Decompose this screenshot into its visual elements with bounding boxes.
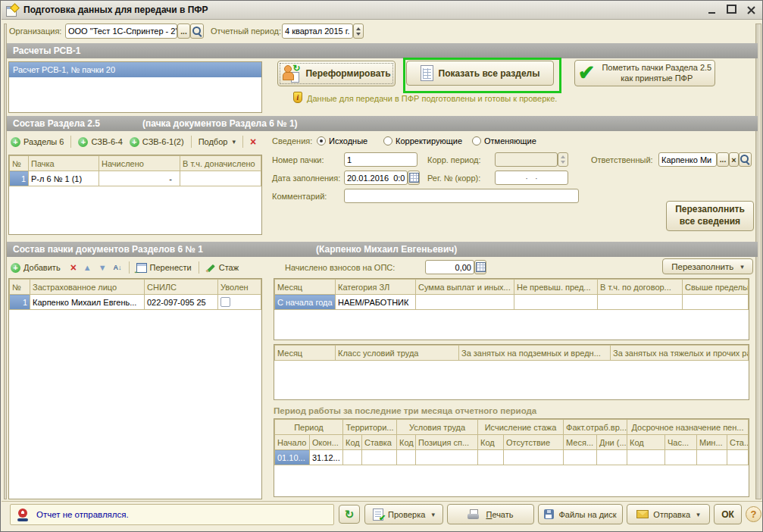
mark-accepted-button[interactable]: ✔ Пометить пачки Раздела 2.5 как приняты… xyxy=(574,60,715,86)
period-input[interactable]: 4 квартал 2015 г. xyxy=(282,23,353,39)
ok-button[interactable]: ОК xyxy=(714,504,742,524)
table-row[interactable]: 1 Р-л 6 № 1 (1) - xyxy=(10,171,261,186)
fill-date-input[interactable]: 20.01.2016 0:0 xyxy=(344,171,408,185)
toolbar-separator xyxy=(70,136,71,148)
column-header-months: Меся... xyxy=(564,435,597,450)
pencil-icon xyxy=(206,263,216,273)
mark-accepted-line1: Пометить пачки Раздела 2.5 xyxy=(602,63,711,74)
table-row[interactable]: 1 Карпенко Михаил Евгень... 022-097-095 … xyxy=(10,295,261,310)
reform-button[interactable]: ↻ Переформировать xyxy=(277,61,396,86)
corr-period-input[interactable] xyxy=(495,152,558,167)
reg-number-input[interactable]: · · xyxy=(495,171,568,185)
refill-dropdown-button[interactable]: Перезаполнить ▾ xyxy=(662,258,753,274)
close-button[interactable] xyxy=(744,4,758,16)
contract-cell xyxy=(598,295,683,310)
floppy-icon xyxy=(544,509,554,519)
pack-number-input[interactable]: 1 xyxy=(344,152,417,167)
radio-cancelling-label[interactable]: Отменяющие xyxy=(484,136,536,146)
column-header-code: Код xyxy=(627,435,665,450)
column-header-code: Код xyxy=(397,435,416,450)
column-header-fired: Уволен xyxy=(218,280,261,295)
maximize-button[interactable] xyxy=(724,4,738,16)
rsv-list[interactable]: Расчет РСВ-1, № пачки 20 xyxy=(8,61,262,113)
group-header-conditions: Условия труда xyxy=(397,420,478,435)
table-row[interactable]: 01.10... 31.12... xyxy=(275,450,749,465)
files-to-disk-button[interactable]: Файлы на диск xyxy=(538,504,623,524)
calendar-button[interactable] xyxy=(408,171,420,185)
radio-correcting-label[interactable]: Корректирующие xyxy=(396,136,462,146)
table-row[interactable]: С начала года НАЕМ/РАБОТНИК xyxy=(275,295,749,310)
column-header-over: Свыше предельн... xyxy=(683,280,749,295)
show-all-sections-label: Показать все разделы xyxy=(439,68,540,79)
radio-initial-label[interactable]: Исходные xyxy=(329,136,367,146)
section6-note: (Карпенко Михаил Евгеньевич) xyxy=(316,244,457,255)
column-header-position: Позиция сп... xyxy=(416,435,478,450)
org-input[interactable]: ООО "Тест 1С-Спринтер - 2" xyxy=(65,23,177,39)
show-all-sections-button[interactable]: Показать все разделы xyxy=(406,61,554,86)
mark-accepted-line2: как принятые ПФР xyxy=(602,74,711,84)
corr-period-spinner[interactable] xyxy=(558,152,568,167)
group-header-experience: Исчисление стажа xyxy=(478,420,564,435)
printer-icon xyxy=(467,509,480,519)
refresh-icon: ↻ xyxy=(345,509,355,520)
refresh-status-button[interactable]: ↻ xyxy=(339,505,360,524)
ops-calc-button[interactable] xyxy=(474,260,486,274)
refill-all-button[interactable]: Перезаполнить все сведения xyxy=(666,201,754,231)
form-scrollbar[interactable] xyxy=(755,23,761,499)
packs-table: № Пачка Начислено В т.ч. доначислено 1 Р… xyxy=(8,155,262,235)
responsible-input[interactable]: Карпенко Ми xyxy=(658,152,717,167)
minimize-icon xyxy=(708,12,715,14)
responsible-more-button[interactable]: ... xyxy=(717,152,729,167)
toolbar-separator xyxy=(191,136,192,148)
comment-input[interactable] xyxy=(344,189,579,203)
check-button[interactable]: ✔ Проверка ▾ xyxy=(364,504,443,524)
add-szv64-button[interactable]: +СЗВ-6-4 xyxy=(78,137,122,147)
period-spinner[interactable] xyxy=(353,23,364,39)
fired-checkbox[interactable] xyxy=(220,297,230,307)
delete-button[interactable]: × xyxy=(250,136,256,147)
sections-icon xyxy=(421,65,433,81)
cell xyxy=(397,450,416,465)
print-button[interactable]: Печать xyxy=(447,504,534,524)
org-more-button[interactable]: ... xyxy=(177,23,190,39)
add-sections6-button[interactable]: +Разделы 6 xyxy=(11,137,64,147)
help-button[interactable]: ? xyxy=(746,506,761,522)
experience-button[interactable]: Стаж xyxy=(206,263,239,273)
move-down-button[interactable]: ▼ xyxy=(99,264,107,272)
responsible-clear-button[interactable]: × xyxy=(729,152,739,167)
svedeniya-label: Сведения: xyxy=(272,136,312,146)
pick-button[interactable]: Подбор▾ xyxy=(199,137,236,146)
move-button[interactable]: ←Перенести xyxy=(136,263,192,273)
radio-correcting[interactable] xyxy=(383,136,392,146)
move-up-button[interactable]: ▲ xyxy=(83,264,92,272)
column-header-class: Класс условий труда xyxy=(336,346,459,361)
pick-label: Подбор xyxy=(199,137,228,146)
org-search-button[interactable] xyxy=(190,23,204,39)
cell xyxy=(665,450,697,465)
left-splitter[interactable] xyxy=(4,23,7,499)
plus-icon: + xyxy=(78,137,88,147)
ops-input[interactable]: 0,00 xyxy=(425,260,474,274)
conditions-table: Месяц Класс условий труда За занятых на … xyxy=(274,344,749,400)
delete-person-button[interactable]: × xyxy=(70,262,77,273)
section6-header: Состав пачки документов Разделов 6 № 1 (… xyxy=(7,242,758,257)
column-header-extra: В т.ч. доначислено xyxy=(180,156,261,171)
column-header-minutes: Мин... xyxy=(697,435,727,450)
section25-toolbar: +Разделы 6 +СЗВ-6-4 +СЗВ-6-1(2) Подбор▾ … xyxy=(11,134,256,149)
minimize-button[interactable] xyxy=(705,4,718,16)
section25-header: Состав Раздела 2.5 (пачка документов Раз… xyxy=(7,116,758,131)
sort-button[interactable]: А↓ xyxy=(114,264,122,271)
send-button[interactable]: Отправка ▾ xyxy=(627,504,710,524)
responsible-search-button[interactable] xyxy=(739,152,752,167)
add-person-button[interactable]: +Добавить xyxy=(11,263,61,273)
radio-cancelling[interactable] xyxy=(472,136,481,146)
cell xyxy=(627,450,665,465)
column-header-month: Месяц xyxy=(275,280,336,295)
spin-down-icon xyxy=(561,161,565,164)
radio-initial[interactable] xyxy=(317,136,326,146)
add-szv61-button[interactable]: +СЗВ-6-1(2) xyxy=(130,137,184,147)
pack-number-label: Номер пачки: xyxy=(272,155,324,164)
list-item[interactable]: Расчет РСВ-1, № пачки 20 xyxy=(9,62,261,77)
column-header-sum: Сумма выплат и иных... xyxy=(416,280,514,295)
payments-table: Месяц Категория ЗЛ Сумма выплат и иных..… xyxy=(274,278,749,340)
